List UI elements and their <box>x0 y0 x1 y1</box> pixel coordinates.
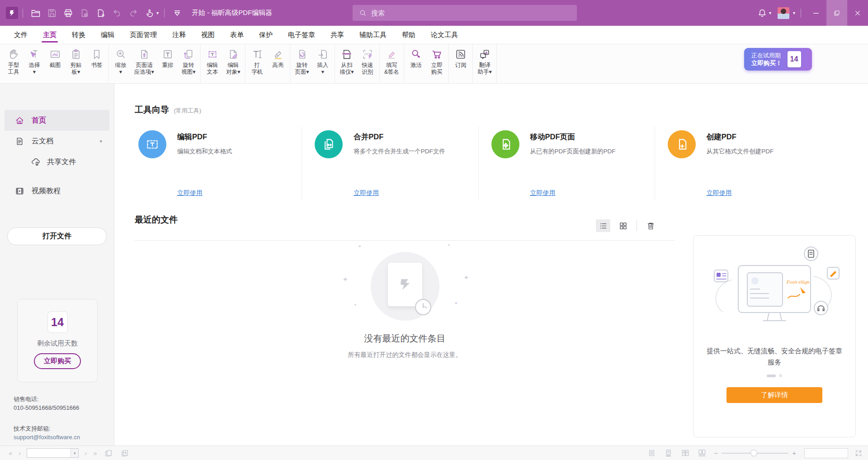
hand-tool-tool[interactable]: 手型工具 <box>3 47 24 76</box>
select-tool-tool[interactable]: 选择▾ <box>24 47 45 76</box>
undo-icon[interactable] <box>112 8 123 19</box>
last-page-button[interactable]: » <box>93 450 97 456</box>
use-now-link[interactable]: 立即使用 <box>354 189 379 197</box>
open-file-button[interactable]: 打开文件 <box>7 228 107 245</box>
ocr-tool[interactable]: OCR快速识别 <box>357 47 378 76</box>
menu-tab-1[interactable]: 主页 <box>35 26 64 44</box>
carousel-dot-active[interactable] <box>767 375 776 377</box>
page-number-dropdown[interactable]: ▾ <box>71 449 78 457</box>
close-button[interactable] <box>847 0 868 26</box>
notifications-dropdown[interactable]: ▾ <box>769 10 771 15</box>
fit-page-tool[interactable]: 页面适应选项▾ <box>131 47 157 76</box>
use-now-link[interactable]: 立即使用 <box>530 189 556 197</box>
menu-tab-6[interactable]: 视图 <box>193 26 222 44</box>
tool-label: 文本 <box>207 69 218 76</box>
minimize-button[interactable] <box>806 0 826 26</box>
collapse-ribbon-icon[interactable] <box>172 8 183 19</box>
zoom-out-button[interactable]: − <box>714 449 718 457</box>
sidebar-item-cloud-docs[interactable]: 云文档▾ <box>5 131 109 152</box>
snapshot-pages-icon[interactable] <box>104 449 113 458</box>
carousel-dot[interactable] <box>779 374 782 377</box>
new-page-icon[interactable] <box>95 8 106 19</box>
save-icon[interactable] <box>47 8 57 19</box>
snapshot-tool[interactable]: 截图 <box>45 47 66 70</box>
zoom-tool-tool[interactable]: 缩放▾ <box>110 47 131 76</box>
copy-pages-icon[interactable] <box>120 449 129 458</box>
menu-tab-9[interactable]: 电子签章 <box>280 26 323 44</box>
scanner-tool[interactable]: 从扫描仪▾ <box>336 47 357 76</box>
first-page-button[interactable]: « <box>9 450 12 456</box>
tool-label: 插入 <box>317 62 328 69</box>
menu-tab-13[interactable]: 论文工具 <box>423 26 466 44</box>
trial-period-badge[interactable]: 正在试用期 立即购买！ 14 <box>744 48 812 71</box>
paste-page-icon[interactable] <box>79 8 90 19</box>
hand-tool-icon <box>7 48 20 61</box>
grid-view-button[interactable] <box>616 219 630 232</box>
clipboard-tool[interactable]: 剪贴板▾ <box>66 47 86 76</box>
restore-button[interactable] <box>826 0 847 26</box>
open-file-icon[interactable] <box>30 8 41 19</box>
use-now-link[interactable]: 立即使用 <box>177 189 203 197</box>
activate-tool[interactable]: 激活 <box>406 47 426 70</box>
subscribe-tool[interactable]: 订阅 <box>450 47 471 70</box>
learn-more-button[interactable]: 了解详情 <box>726 387 822 403</box>
rotate-view-tool[interactable]: 旋转视图▾ <box>178 47 199 76</box>
highlight-tool[interactable]: 高亮 <box>268 47 288 70</box>
next-page-button[interactable]: › <box>85 450 87 456</box>
chevron-down-icon[interactable]: ▾ <box>99 138 102 144</box>
continuous-view-icon[interactable] <box>664 449 673 457</box>
ribbon-group-0: 手型工具选择▾截图剪贴板▾书签 <box>2 44 109 83</box>
menu-tab-10[interactable]: 共享 <box>323 26 352 44</box>
edit-object-tool[interactable]: 编辑对象▾ <box>223 47 244 76</box>
facing-view-icon[interactable] <box>681 449 689 457</box>
menu-tab-5[interactable]: 注释 <box>165 26 193 44</box>
reflow-tool[interactable]: 重排 <box>157 47 178 70</box>
insert-pages-tool[interactable]: 插入▾ <box>312 47 333 76</box>
search-box[interactable] <box>353 5 577 21</box>
menu-tab-11[interactable]: 辅助工具 <box>352 26 394 44</box>
menu-tab-12[interactable]: 帮助 <box>394 26 423 44</box>
menu-tab-4[interactable]: 页面管理 <box>122 26 165 44</box>
list-view-button[interactable] <box>596 219 610 232</box>
single-page-view-icon[interactable] <box>647 449 656 457</box>
sidebar: 首页云文档▾共享文件视频教程 打开文件 14 剩余试用天数 立即购买 销售电话:… <box>0 84 114 446</box>
menu-tab-7[interactable]: 表单 <box>222 26 251 44</box>
tool-label: 页面适 <box>136 62 153 69</box>
redo-icon[interactable] <box>128 8 139 19</box>
fullscreen-icon[interactable] <box>854 449 863 457</box>
typewriter-tool[interactable]: 打字机 <box>247 47 268 76</box>
use-now-link[interactable]: 立即使用 <box>707 189 732 197</box>
menu-tab-3[interactable]: 编辑 <box>93 26 122 44</box>
previous-page-button[interactable]: ‹ <box>19 450 21 456</box>
sidebar-item-shared-files[interactable]: 共享文件 <box>5 152 109 172</box>
zoom-slider-handle[interactable] <box>750 450 757 456</box>
hand-pointer-dropdown[interactable]: ▾ <box>156 10 159 15</box>
translate-tool[interactable]: A翻译助手▾ <box>474 47 495 76</box>
cart-tool[interactable]: 立即购买 <box>426 47 447 76</box>
tool-label: 识别 <box>362 69 373 76</box>
menu-tab-0[interactable]: 文件 <box>6 26 35 44</box>
menu-tab-2[interactable]: 转换 <box>64 26 93 44</box>
page-number-input[interactable] <box>27 449 71 457</box>
bookmark-tool[interactable]: 书签 <box>86 47 107 70</box>
sidebar-item-home[interactable]: 首页 <box>5 110 109 131</box>
clear-recent-button[interactable] <box>643 219 658 232</box>
facing-continuous-view-icon[interactable] <box>698 449 706 457</box>
buy-now-button[interactable]: 立即购买 <box>34 353 81 369</box>
sidebar-item-video-tutorials[interactable]: 视频教程 <box>5 180 109 201</box>
hand-pointer-icon[interactable] <box>144 8 155 19</box>
clock-illustration <box>415 299 431 315</box>
rotate-pages-tool[interactable]: 旋转页面▾ <box>292 47 312 76</box>
notifications-bell-icon[interactable] <box>757 8 768 19</box>
account-dropdown[interactable]: ▾ <box>793 10 795 15</box>
card-title: 合并PDF <box>354 132 473 142</box>
search-input[interactable] <box>371 9 561 17</box>
support-email-address[interactable]: support@foxitsoftware.cn <box>14 433 80 441</box>
menu-tab-8[interactable]: 保护 <box>251 26 280 44</box>
user-avatar[interactable] <box>778 7 789 19</box>
print-icon[interactable] <box>63 8 74 19</box>
fill-sign-tool[interactable]: 填写&签名 <box>381 47 402 76</box>
zoom-in-button[interactable]: + <box>792 449 796 457</box>
zoom-slider[interactable] <box>722 453 788 454</box>
edit-text-tool[interactable]: 编辑文本 <box>202 47 223 76</box>
